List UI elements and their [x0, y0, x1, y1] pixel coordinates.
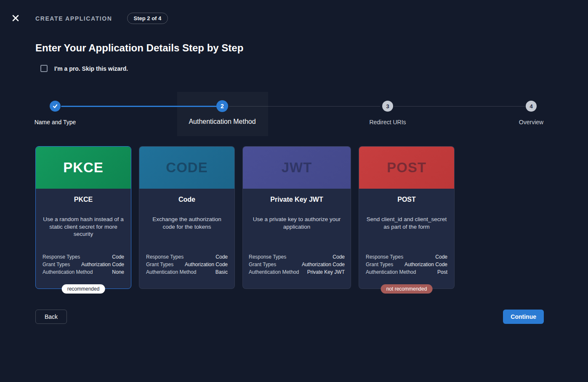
card-banner: CODE: [139, 147, 234, 189]
card-banner: POST: [359, 147, 454, 189]
row-label: Grant Types: [146, 261, 173, 268]
close-icon: [11, 14, 20, 22]
row-value: Authorization Code: [185, 261, 228, 268]
card-detail-rows: Response Types Code Grant Types Authoriz…: [43, 253, 124, 276]
step-label-overview: Overview: [519, 119, 543, 126]
detail-row: Authentication Method Basic: [146, 268, 228, 276]
row-value: Post: [437, 268, 447, 276]
auth-method-card-post[interactable]: POST POST Send client_id and client_secr…: [359, 146, 455, 289]
card-description: Exchange the authorization code for the …: [146, 216, 227, 230]
card-title: Private Key JWT: [243, 196, 351, 203]
step-label-authentication-method: Authentication Method: [189, 118, 255, 126]
row-label: Authentication Method: [249, 268, 299, 276]
row-label: Response Types: [146, 253, 184, 261]
wizard-title: CREATE APPLICATION: [35, 15, 112, 22]
detail-row: Response Types Code: [43, 253, 124, 261]
detail-row: Response Types Code: [249, 253, 345, 261]
card-description: Send client_id and client_secret as part…: [363, 216, 450, 230]
detail-row: Authentication Method Post: [366, 268, 447, 276]
detail-row: Grant Types Authorization Code: [366, 261, 447, 268]
wizard-topbar: CREATE APPLICATION Step 2 of 4: [35, 13, 168, 24]
detail-row: Response Types Code: [366, 253, 447, 261]
card-banner: PKCE: [36, 147, 131, 189]
detail-row: Grant Types Authorization Code: [249, 261, 345, 268]
row-label: Response Types: [249, 253, 286, 261]
continue-button[interactable]: Continue: [503, 310, 544, 324]
row-label: Grant Types: [249, 261, 276, 268]
row-label: Authentication Method: [43, 268, 93, 276]
step-label-redirect-uris: Redirect URIs: [369, 119, 406, 126]
card-title: Code: [139, 196, 234, 203]
row-value: Code: [435, 253, 447, 261]
card-banner: JWT: [243, 147, 351, 189]
page-title: Enter Your Application Details Step by S…: [35, 42, 243, 54]
stepper-connector-complete: [61, 106, 217, 107]
detail-row: Response Types Code: [146, 253, 228, 261]
row-label: Response Types: [366, 253, 403, 261]
step-number: 2: [221, 103, 224, 110]
step-number: 3: [386, 103, 389, 110]
auth-method-card-code[interactable]: CODE Code Exchange the authorization cod…: [139, 146, 235, 289]
row-value: Authorization Code: [302, 261, 345, 268]
row-value: Code: [216, 253, 228, 261]
row-label: Authentication Method: [146, 268, 196, 276]
not-recommended-badge: not recommended: [381, 284, 433, 294]
auth-method-card-pkce[interactable]: PKCE PKCE Use a random hash instead of a…: [35, 146, 131, 289]
detail-row: Grant Types Authorization Code: [43, 261, 124, 268]
step-circle-redirect-uris: 3: [382, 101, 393, 112]
auth-method-card-jwt[interactable]: JWT Private Key JWT Use a private key to…: [242, 146, 351, 289]
active-step-highlight: [177, 92, 268, 136]
card-detail-rows: Response Types Code Grant Types Authoriz…: [366, 253, 447, 276]
row-value: Code: [333, 253, 345, 261]
skip-wizard-label: I'm a pro. Skip this wizard.: [54, 65, 128, 72]
step-circle-authentication-method: 2: [216, 100, 228, 112]
back-button[interactable]: Back: [35, 310, 67, 324]
card-title: POST: [359, 196, 454, 203]
row-label: Grant Types: [366, 261, 393, 268]
wizard-footer: Back Continue: [35, 310, 544, 324]
step-number: 4: [529, 103, 532, 110]
detail-row: Authentication Method None: [43, 268, 124, 276]
skip-wizard-checkbox[interactable]: [40, 65, 48, 72]
row-value: None: [112, 268, 124, 276]
check-icon: [52, 103, 58, 109]
step-circle-name-and-type: [50, 101, 61, 112]
row-value: Authorization Code: [404, 261, 447, 268]
stepper-connector: [229, 106, 380, 107]
card-detail-rows: Response Types Code Grant Types Authoriz…: [249, 253, 345, 276]
row-label: Grant Types: [43, 261, 70, 268]
card-detail-rows: Response Types Code Grant Types Authoriz…: [146, 253, 228, 276]
detail-row: Grant Types Authorization Code: [146, 261, 228, 268]
step-label-name-and-type: Name and Type: [35, 119, 76, 126]
card-title: PKCE: [36, 196, 131, 203]
card-description: Use a private key to authorize your appl…: [250, 216, 343, 230]
recommended-badge: recommended: [62, 284, 105, 294]
row-value: Code: [112, 253, 124, 261]
step-count-badge: Step 2 of 4: [127, 13, 168, 24]
stepper-connector: [394, 106, 525, 107]
step-circle-overview: 4: [526, 101, 537, 112]
auth-method-cards: PKCE PKCE Use a random hash instead of a…: [35, 146, 455, 289]
wizard-stepper: 2 3 4 Name and Type Authentication Metho…: [35, 92, 544, 136]
row-label: Authentication Method: [366, 268, 416, 276]
row-value: Authorization Code: [81, 261, 124, 268]
row-label: Response Types: [43, 253, 80, 261]
card-description: Use a random hash instead of a static cl…: [43, 216, 124, 238]
skip-wizard-row: I'm a pro. Skip this wizard.: [40, 65, 128, 72]
detail-row: Authentication Method Private Key JWT: [249, 268, 345, 276]
row-value: Private Key JWT: [307, 268, 345, 276]
row-value: Basic: [216, 268, 228, 276]
close-button[interactable]: [10, 13, 21, 24]
